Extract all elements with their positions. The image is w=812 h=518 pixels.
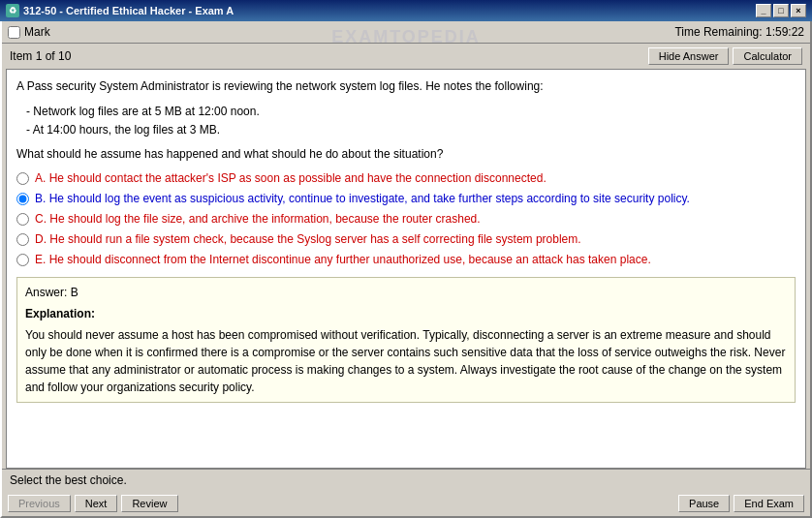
end-exam-button[interactable]: End Exam [734, 495, 804, 512]
maximize-button[interactable]: □ [773, 4, 789, 17]
option-radio-e[interactable] [16, 254, 29, 266]
bottom-left: Previous Next Review [8, 495, 178, 512]
option-radio-a[interactable] [16, 172, 29, 185]
bullet-1: - Network log files are at 5 MB at 12:00… [26, 103, 796, 121]
option-letter-a: A. [35, 171, 49, 185]
status-text: Select the best choice. [10, 473, 127, 487]
option-letter-d: D. [35, 232, 49, 246]
answer-line: Answer: B [25, 284, 787, 301]
option-radio-c[interactable] [16, 213, 29, 226]
review-button[interactable]: Review [121, 495, 177, 512]
option-text-c: C. He should log the file size, and arch… [35, 211, 481, 228]
option-row-d: D. He should run a file system check, be… [16, 231, 796, 248]
network-info: - Network log files are at 5 MB at 12:00… [26, 103, 796, 139]
option-letter-e: E. [35, 253, 49, 266]
option-letter-b: B. [35, 192, 49, 205]
option-text-a: A. He should contact the attacker's ISP … [35, 170, 547, 187]
window-body: EXAMTOPEDIA Mark Time Remaining: 1:59:22… [0, 21, 812, 518]
option-text-d: D. He should run a file system check, be… [35, 231, 581, 248]
toolbar-row: Mark Time Remaining: 1:59:22 [2, 21, 810, 44]
item-label: Item 1 of 10 [10, 49, 71, 63]
mark-area: Mark [8, 25, 50, 39]
content-area: A Pass security System Administrator is … [6, 69, 806, 469]
options-area: A. He should contact the attacker's ISP … [16, 170, 796, 267]
app-icon: ♻ [6, 4, 19, 17]
hide-answer-button[interactable]: Hide Answer [648, 47, 730, 65]
calculator-button[interactable]: Calculator [733, 47, 802, 65]
window-title: 312-50 - Certified Ethical Hacker - Exam… [23, 5, 234, 16]
close-button[interactable]: × [791, 4, 806, 17]
item-header: Item 1 of 10 Hide Answer Calculator [2, 44, 810, 69]
time-remaining: Time Remaining: 1:59:22 [674, 25, 804, 39]
previous-button[interactable]: Previous [8, 495, 71, 512]
option-text-e: E. He should disconnect from the Interne… [35, 252, 651, 268]
option-text-b: B. He should log the event as suspicious… [35, 191, 690, 207]
option-row-e: E. He should disconnect from the Interne… [16, 252, 796, 268]
window-controls[interactable]: _ □ × [756, 4, 806, 17]
header-buttons: Hide Answer Calculator [648, 47, 802, 65]
explanation-text: You should never assume a host has been … [25, 326, 787, 396]
next-button[interactable]: Next [75, 495, 118, 512]
minimize-button[interactable]: _ [756, 4, 771, 17]
option-radio-b[interactable] [16, 193, 29, 205]
bottom-bar: Previous Next Review Pause End Exam [2, 491, 810, 516]
question-main: What should he assume has happened and w… [16, 145, 796, 163]
bottom-right: Pause End Exam [678, 495, 804, 512]
mark-label: Mark [24, 25, 50, 39]
option-row-b: B. He should log the event as suspicious… [16, 191, 796, 207]
mark-checkbox[interactable] [8, 26, 20, 39]
answer-box: Answer: B Explanation: You should never … [16, 277, 796, 403]
bullet-2: - At 14:00 hours, the log files at 3 MB. [26, 121, 796, 139]
explanation-title: Explanation: [25, 307, 95, 320]
option-radio-d[interactable] [16, 233, 29, 246]
explanation-box: Explanation: [25, 305, 787, 322]
status-bar: Select the best choice. [2, 469, 810, 491]
title-bar: ♻ 312-50 - Certified Ethical Hacker - Ex… [0, 0, 812, 21]
question-intro: A Pass security System Administrator is … [16, 77, 796, 95]
option-letter-c: C. [35, 212, 49, 226]
option-row-a: A. He should contact the attacker's ISP … [16, 170, 796, 187]
option-row-c: C. He should log the file size, and arch… [16, 211, 796, 228]
pause-button[interactable]: Pause [678, 495, 730, 512]
